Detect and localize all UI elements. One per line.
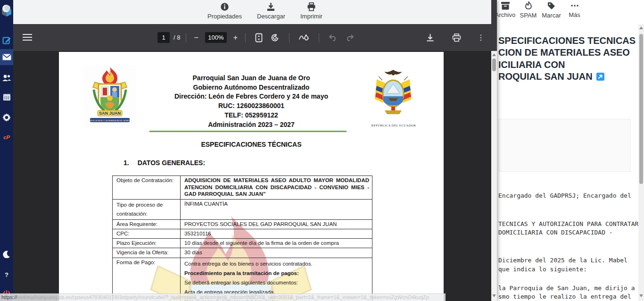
attachment-preview-overlay: Propiedades Descargar Imprimir bbox=[13, 0, 497, 301]
redo-button bbox=[345, 34, 354, 42]
table-row: CPC: 353210116 bbox=[113, 229, 372, 239]
subject-line: CION DE MATERIALES ASEO bbox=[498, 47, 640, 59]
external-link-icon[interactable] bbox=[596, 72, 604, 80]
print-label: Imprimir bbox=[300, 13, 322, 20]
sidebar-item-mail[interactable] bbox=[0, 49, 13, 65]
status-url-tooltip: https://webmailsanjuanq.ob.ec/cpsess4793… bbox=[0, 293, 446, 301]
letterhead-divider bbox=[149, 131, 347, 132]
compose-button[interactable] bbox=[0, 33, 13, 47]
pdf-scrollbar[interactable] bbox=[491, 51, 497, 301]
email-scrollbar[interactable] bbox=[638, 24, 644, 301]
download-label: Descargar bbox=[257, 13, 285, 20]
print-attachment-button[interactable]: Imprimir bbox=[298, 1, 324, 21]
preview-header: Propiedades Descargar Imprimir bbox=[13, 0, 497, 24]
table-row: Objeto de Contratación: ADQUISICION DE M… bbox=[113, 176, 372, 200]
properties-button[interactable]: Propiedades bbox=[206, 1, 244, 21]
san-juan-logo: SAN JUAN POR EL HONOR Y LA GRANDEZA DE L… bbox=[83, 65, 136, 128]
mark-button[interactable]: Marcar bbox=[540, 1, 563, 19]
pdf-more-button[interactable]: ⋮ bbox=[475, 33, 487, 42]
fit-page-button[interactable] bbox=[255, 33, 263, 42]
rotate-button[interactable] bbox=[270, 33, 280, 42]
zoom-in-button[interactable]: + bbox=[231, 33, 239, 42]
email-body-line: DOMICILIARIA CON DISCAPACIDAD - bbox=[498, 229, 613, 236]
sidebar-item-settings[interactable] bbox=[0, 110, 13, 125]
pdf-print-button[interactable] bbox=[452, 33, 461, 42]
subject-line: SPECIFICACIONES TECNICAS bbox=[498, 35, 640, 47]
svg-text:SAN JUAN: SAN JUAN bbox=[99, 111, 121, 116]
ecuador-coat-of-arms bbox=[373, 69, 413, 122]
info-icon bbox=[220, 2, 229, 11]
table-row: Tipo de proceso de contratación: ÍNFIMA … bbox=[113, 200, 372, 220]
table-row: Plazo Ejecución: 10 días desde el siguie… bbox=[113, 239, 372, 248]
scroll-down-arrow[interactable] bbox=[492, 294, 496, 297]
page-count-label: / 8 bbox=[173, 34, 180, 41]
scroll-up-arrow[interactable] bbox=[492, 53, 496, 56]
email-subject: SPECIFICACIONES TECNICAS CION DE MATERIA… bbox=[498, 35, 640, 83]
email-toolbar: Archivo SPAM Marcar Más bbox=[494, 1, 586, 19]
email-body-line: Encargado del GADPRSJ; Encargado del bbox=[498, 192, 631, 199]
subject-line: ICILIARIA CON bbox=[498, 59, 640, 71]
download-icon bbox=[266, 2, 275, 11]
more-dots-icon bbox=[570, 1, 579, 10]
section-heading: 1.DATOS GENERALES: bbox=[124, 159, 214, 167]
more-button[interactable]: Más bbox=[563, 1, 586, 19]
svg-text:POR EL HONOR Y LA GRANDEZA DE: POR EL HONOR Y LA GRANDEZA DE LA PATRIA bbox=[88, 119, 132, 122]
download-attachment-button[interactable]: Descargar bbox=[255, 1, 287, 21]
republica-caption: REPÚBLICA DEL ECUADOR bbox=[361, 124, 427, 127]
email-body-line: la Parroquia de San Juan, me dirijo a bbox=[498, 284, 635, 292]
more-label: Más bbox=[569, 11, 580, 18]
undo-button bbox=[329, 34, 338, 42]
webmail-logo bbox=[0, 1, 13, 19]
sidebar-item-contacts[interactable] bbox=[0, 71, 13, 85]
subject-line: ROQUIAL SAN JUAN bbox=[498, 71, 640, 83]
pdf-download-button[interactable] bbox=[426, 33, 434, 42]
email-reading-panel: Archivo SPAM Marcar Más SPECIFICACIONES … bbox=[497, 0, 644, 301]
pdf-page: SAN JUAN POR EL HONOR Y LA GRANDEZA DE L… bbox=[59, 52, 444, 301]
email-quoted-content-box[interactable] bbox=[498, 119, 631, 172]
spam-flame-icon bbox=[525, 1, 532, 10]
document-title: ESPECIFICACIONES TÉCNICAS bbox=[59, 141, 444, 148]
archive-button[interactable]: Archivo bbox=[494, 1, 517, 19]
email-body-line: TECNICAS Y AUTORIZACION PARA CONTRATAR bbox=[498, 220, 638, 227]
email-scrollbar-thumb[interactable] bbox=[639, 34, 643, 184]
email-body-line: Diciembre del 2025 de la Lic. Mabel bbox=[498, 257, 627, 264]
zoom-out-button[interactable]: − bbox=[192, 33, 200, 42]
table-row: Vigencia de la Oferta: 30 días bbox=[113, 248, 372, 258]
scroll-down-arrow[interactable] bbox=[639, 294, 643, 297]
overlay-edge bbox=[491, 0, 497, 24]
annotate-button[interactable] bbox=[299, 34, 309, 42]
sidebar-item-calendar[interactable] bbox=[0, 90, 13, 104]
mark-label: Marcar bbox=[542, 12, 561, 19]
print-icon bbox=[307, 2, 316, 11]
properties-label: Propiedades bbox=[207, 13, 242, 20]
cpanel-icon[interactable]: cP bbox=[0, 130, 13, 144]
dark-mode-icon[interactable] bbox=[0, 247, 13, 261]
pdf-viewer-toolbar: 1 / 8 − 100% + bbox=[13, 24, 497, 51]
app-sidebar: cP ? bbox=[0, 0, 13, 301]
archive-icon bbox=[501, 1, 510, 10]
pdf-scrollbar-thumb[interactable] bbox=[492, 59, 496, 71]
zoom-level-input[interactable]: 100% bbox=[205, 32, 227, 43]
email-body-line: smo tiempo le realizo la entrega del bbox=[498, 293, 631, 300]
pdf-viewport[interactable]: SAN JUAN POR EL HONOR Y LA GRANDEZA DE L… bbox=[13, 51, 497, 301]
help-icon[interactable]: ? bbox=[0, 268, 13, 282]
tag-icon bbox=[547, 1, 556, 10]
page-number-input[interactable]: 1 bbox=[157, 32, 170, 43]
spam-button[interactable]: SPAM bbox=[517, 1, 540, 19]
archive-label: Archivo bbox=[495, 11, 515, 18]
email-body-line: que indica lo siguiente: bbox=[498, 266, 587, 273]
letterhead: Parroquial San Juan de Juana de Oro Gobi… bbox=[152, 74, 350, 129]
scroll-up-arrow[interactable] bbox=[639, 26, 643, 29]
menu-icon[interactable] bbox=[23, 34, 32, 41]
table-row: Área Requirente: PROYECTOS SOCIALES DEL … bbox=[113, 220, 372, 229]
datos-generales-table: Objeto de Contratación: ADQUISICION DE M… bbox=[112, 176, 372, 301]
spam-label: SPAM bbox=[520, 12, 537, 19]
